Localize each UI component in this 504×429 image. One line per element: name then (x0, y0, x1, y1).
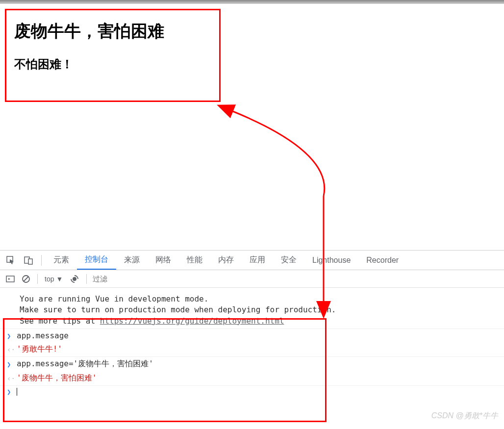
page-heading-2: 不怕困难！ (14, 56, 211, 72)
page-heading-1: 废物牛牛，害怕困难 (14, 20, 211, 43)
tab-security[interactable]: 安全 (273, 251, 304, 269)
context-label: top (45, 275, 54, 283)
output-marker-icon: ‹· (7, 346, 17, 353)
console-result: '废物牛牛，害怕困难' (17, 373, 97, 383)
tab-performance[interactable]: 性能 (179, 251, 210, 269)
devtools-panel: 元素 控制台 来源 网络 性能 内存 应用 安全 Lighthouse Reco… (0, 250, 504, 402)
tab-network[interactable]: 网络 (148, 251, 179, 269)
watermark: CSDN @勇敢*牛牛 (431, 411, 498, 421)
svg-line-5 (24, 277, 28, 281)
clear-console-icon[interactable] (19, 273, 33, 285)
console-output-line: ‹· '勇敢牛牛!' (0, 342, 504, 356)
tab-console[interactable]: 控制台 (77, 251, 116, 270)
console-result: '勇敢牛牛!' (17, 344, 62, 354)
filter-input[interactable] (91, 273, 501, 285)
console-warning: You are running Vue in development mode.… (0, 292, 504, 328)
input-marker-icon: ❯ (7, 388, 17, 396)
console-input-line: ❯ app.message='废物牛牛，害怕困难' (0, 356, 504, 371)
separator (86, 274, 87, 284)
console-output-line: ‹· '废物牛牛，害怕困难' (0, 371, 504, 385)
console-toolbar: top ▼ (0, 270, 504, 288)
console-output[interactable]: You are running Vue in development mode.… (0, 288, 504, 402)
tab-memory[interactable]: 内存 (210, 251, 242, 269)
output-marker-icon: ‹· (7, 375, 17, 382)
console-input-line: ❯ app.message (0, 328, 504, 342)
sidebar-toggle-icon[interactable] (3, 273, 18, 285)
svg-rect-2 (28, 259, 32, 264)
separator (37, 274, 38, 284)
console-code: app.message='废物牛牛，害怕困难' (17, 359, 153, 369)
live-expression-icon[interactable] (67, 272, 82, 286)
svg-point-6 (73, 277, 76, 281)
console-code: app.message (17, 331, 69, 340)
tab-lighthouse[interactable]: Lighthouse (304, 252, 358, 269)
tab-elements[interactable]: 元素 (46, 251, 77, 269)
input-marker-icon: ❯ (7, 332, 17, 340)
warning-text-3: See more tips at https://vuejs.org/guide… (20, 316, 504, 327)
devtools-tabbar: 元素 控制台 来源 网络 性能 内存 应用 安全 Lighthouse Reco… (0, 251, 504, 270)
tab-recorder[interactable]: Recorder (358, 252, 406, 269)
tab-sources[interactable]: 来源 (116, 251, 148, 269)
separator (41, 255, 42, 266)
inspect-element-icon[interactable] (2, 252, 20, 268)
page-viewport: 废物牛牛，害怕困难 不怕困难！ (0, 4, 504, 250)
text-cursor (17, 388, 17, 396)
warning-text-1: You are running Vue in development mode. (20, 294, 504, 304)
window-titlebar (0, 0, 504, 4)
context-selector[interactable]: top ▼ (42, 274, 66, 284)
input-marker-icon: ❯ (7, 360, 17, 368)
tab-application[interactable]: 应用 (242, 251, 273, 269)
annotation-box-top: 废物牛牛，害怕困难 不怕困难！ (5, 9, 221, 102)
chevron-down-icon: ▼ (56, 275, 63, 283)
warning-link[interactable]: https://vuejs.org/guide/deployment.html (100, 316, 284, 326)
warning-text-2: Make sure to turn on production mode whe… (20, 304, 504, 315)
console-prompt[interactable]: ❯ (0, 385, 504, 398)
device-toggle-icon[interactable] (20, 252, 37, 268)
